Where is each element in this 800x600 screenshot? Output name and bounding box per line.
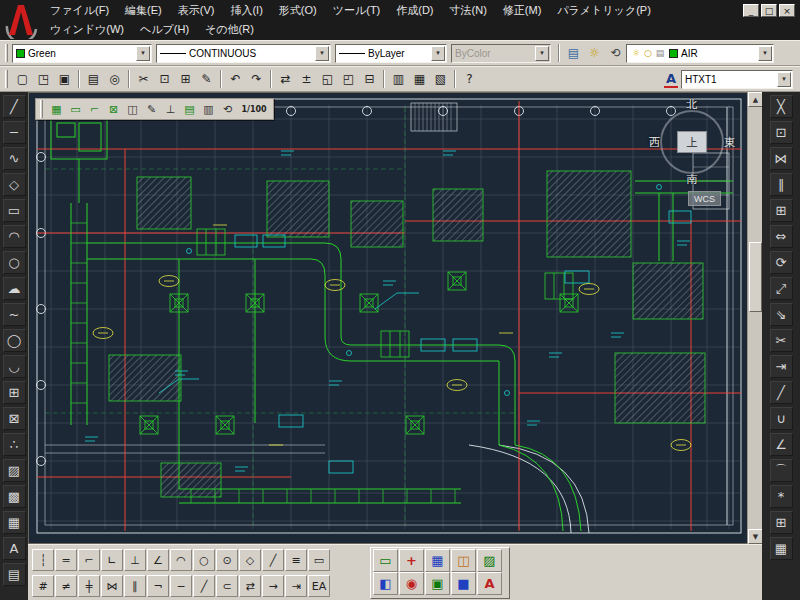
linetype-combo[interactable]: CONTINUOUS ▼ xyxy=(156,44,331,63)
plot-preview-button[interactable]: ◎ xyxy=(104,69,125,90)
chevron-down-icon[interactable]: ▼ xyxy=(136,46,150,61)
toolbar-grip[interactable] xyxy=(5,70,8,88)
table-button[interactable]: ▤ xyxy=(3,563,26,586)
construction-line-button[interactable]: ─ xyxy=(3,121,26,144)
text-button[interactable]: A xyxy=(3,537,26,560)
menu-dimension[interactable]: 寸法(N) xyxy=(442,1,495,20)
offset-button[interactable]: ∥ xyxy=(770,173,793,196)
menu-window[interactable]: ウィンドウ(W) xyxy=(42,20,132,39)
sheet-button[interactable]: ▦ xyxy=(47,100,66,118)
join-button[interactable]: ∪ xyxy=(770,407,793,430)
arc-button[interactable]: ◠ xyxy=(3,225,26,248)
hatch-button[interactable]: ▨ xyxy=(3,459,26,482)
scale-button[interactable]: ⤢ xyxy=(770,277,793,300)
line-button[interactable]: ╱ xyxy=(3,95,26,118)
chevron-down-icon[interactable]: ▼ xyxy=(315,46,329,61)
region-button[interactable]: ▦ xyxy=(3,511,26,534)
layer-group-button[interactable]: ▤ xyxy=(180,100,199,118)
trim-button[interactable]: ✂ xyxy=(770,329,793,352)
revision-cloud-button[interactable]: ☁ xyxy=(3,277,26,300)
toolbar-grip[interactable] xyxy=(40,100,43,118)
new-file-button[interactable]: ▢ xyxy=(12,69,33,90)
duct-segment-button[interactable]: ▭ xyxy=(66,100,85,118)
point-button[interactable]: ∴ xyxy=(3,433,26,456)
blue-square-tool-button[interactable]: ■ xyxy=(451,572,476,595)
arc-segment-button[interactable]: ◠ xyxy=(170,549,192,571)
menu-insert[interactable]: 挿入(I) xyxy=(222,1,270,20)
design-center-button[interactable]: ▦ xyxy=(409,69,430,90)
blue-half-tool-button[interactable]: ◧ xyxy=(373,572,398,595)
red-target-tool-button[interactable]: ◉ xyxy=(399,572,424,595)
redo-button[interactable]: ↷ xyxy=(246,69,267,90)
diagonal-button[interactable]: ╱ xyxy=(262,549,284,571)
wcs-indicator[interactable]: WCS xyxy=(688,191,721,206)
copy-object-button[interactable]: ⊡ xyxy=(770,121,793,144)
arrow-right-button[interactable]: → xyxy=(262,575,284,597)
equipment-button[interactable]: ◫ xyxy=(123,100,142,118)
zoom-realtime-button[interactable]: ± xyxy=(296,69,317,90)
chevron-down-icon[interactable]: ▼ xyxy=(758,46,772,61)
dashed-line-button[interactable]: ┆ xyxy=(32,549,54,571)
light-bulb-button[interactable]: ☼ xyxy=(584,43,605,64)
circle-snap-button[interactable]: ○ xyxy=(193,549,215,571)
layer-on-icon[interactable]: ☼ xyxy=(630,46,642,61)
not-equal-button[interactable]: ≠ xyxy=(55,575,77,597)
menu-modify[interactable]: 修正(M) xyxy=(495,1,550,20)
negate-button[interactable]: ¬ xyxy=(147,575,169,597)
polygon-button[interactable]: ◇ xyxy=(3,173,26,196)
chevron-down-icon[interactable]: ▼ xyxy=(431,46,445,61)
save-button[interactable]: ▣ xyxy=(54,69,75,90)
menu-tools[interactable]: ツール(T) xyxy=(325,1,389,20)
chamfer-button[interactable]: ∠ xyxy=(770,433,793,456)
tool-palettes-button[interactable]: ▧ xyxy=(430,69,451,90)
menu-help[interactable]: ヘルプ(H) xyxy=(132,20,197,39)
blue-grid-tool-button[interactable]: ▦ xyxy=(425,549,450,572)
array-button[interactable]: ⊞ xyxy=(770,199,793,222)
angle-button[interactable]: ∠ xyxy=(147,549,169,571)
move-button[interactable]: ⇔ xyxy=(770,225,793,248)
vertical-scrollbar[interactable]: ▲ ▼ xyxy=(747,92,762,544)
corner-button[interactable]: ⌐ xyxy=(78,549,100,571)
double-line-button[interactable]: ═ xyxy=(55,549,77,571)
menu-draw[interactable]: 作成(D) xyxy=(388,1,441,20)
erase-button[interactable]: ╳ xyxy=(770,95,793,118)
zoom-extents-button[interactable]: ◰ xyxy=(338,69,359,90)
fillet-button[interactable]: ⌒ xyxy=(770,459,793,482)
duct-tool-button[interactable]: ▭ xyxy=(373,549,398,572)
red-cross-tool-button[interactable]: + xyxy=(399,549,424,572)
menu-parametric[interactable]: パラメトリック(P) xyxy=(549,1,658,20)
compass-east-label[interactable]: 東 xyxy=(724,135,735,150)
layer-thaw-icon[interactable]: ○ xyxy=(642,46,654,61)
match-properties-button[interactable]: ✎ xyxy=(196,69,217,90)
slash-button[interactable]: ╱ xyxy=(193,575,215,597)
gradient-button[interactable]: ▩ xyxy=(3,485,26,508)
polyline-button[interactable]: ∿ xyxy=(3,147,26,170)
menu-file[interactable]: ファイル(F) xyxy=(42,1,117,20)
red-a-tool-button[interactable]: A xyxy=(477,572,502,595)
lineweight-combo[interactable]: ByLayer ▼ xyxy=(335,44,447,63)
mirror-button[interactable]: ⋈ xyxy=(770,147,793,170)
horizontal-line-button[interactable]: ─ xyxy=(170,575,192,597)
compass-west-label[interactable]: 西 xyxy=(649,135,660,150)
perpendicular-button[interactable]: ⊥ xyxy=(124,549,146,571)
parallel-button[interactable]: ∥ xyxy=(124,575,146,597)
paste-button[interactable]: ⊞ xyxy=(175,69,196,90)
grid-button[interactable]: ⊞ xyxy=(770,511,793,534)
orange-box-tool-button[interactable]: ◫ xyxy=(451,549,476,572)
scroll-down-icon[interactable]: ▼ xyxy=(748,529,763,544)
ellipse-button[interactable]: ◯ xyxy=(3,329,26,352)
explode-button[interactable]: * xyxy=(770,485,793,508)
bowtie-button[interactable]: ⋈ xyxy=(101,575,123,597)
scrollbar-thumb[interactable] xyxy=(749,242,762,312)
undo-button[interactable]: ↶ xyxy=(225,69,246,90)
toolbar-grip[interactable] xyxy=(5,44,8,62)
hash-grid-button[interactable]: # xyxy=(32,575,54,597)
annotate-button[interactable]: ✎ xyxy=(142,100,161,118)
open-file-button[interactable]: ◳ xyxy=(33,69,54,90)
menu-others[interactable]: その他(R) xyxy=(197,20,262,39)
rectangle-button[interactable]: ▭ xyxy=(3,199,26,222)
layer-previous-button[interactable]: ⟲ xyxy=(605,43,626,64)
break-button[interactable]: ╱ xyxy=(770,381,793,404)
chevron-down-icon[interactable]: ▼ xyxy=(777,72,791,87)
measure-button[interactable]: ⊥ xyxy=(161,100,180,118)
